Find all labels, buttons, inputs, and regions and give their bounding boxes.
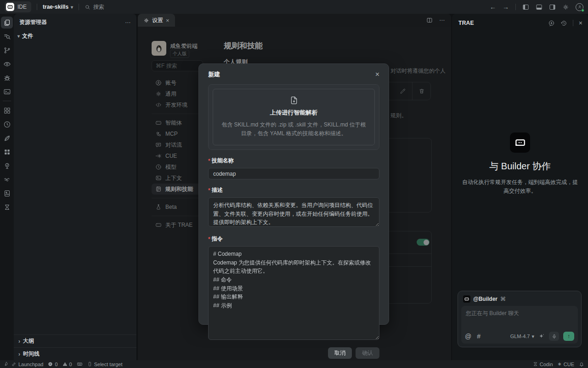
select-target-label: Select target	[94, 362, 123, 367]
agent-selector[interactable]: @Builder ⌘	[461, 294, 578, 306]
builder-description: 自动化执行常规开发任务，端到端高效完成，提高交付效率。	[462, 178, 578, 196]
activity-debug-icon[interactable]	[1, 72, 13, 84]
activity-hourglass-icon[interactable]	[1, 201, 13, 213]
warning-count: 0	[69, 362, 72, 367]
link-icon	[11, 362, 17, 367]
trae-logo-icon	[6, 3, 14, 11]
activity-bar	[0, 14, 14, 360]
outline-section[interactable]: › 大纲	[14, 334, 136, 347]
toggle-left-panel-button[interactable]	[522, 4, 529, 11]
tab-close-button[interactable]: ×	[166, 17, 170, 24]
chat-composer: @Builder ⌘ @ # GLM-4.7 ▾	[458, 291, 582, 347]
upload-dropzone[interactable]: 上传进行智能解析 包含 SKILL.md 文件的 .zip 或 .skill 文…	[208, 84, 379, 150]
titlebar: IDE trae-skills ▾ 搜索 ← →	[0, 0, 588, 14]
cue-status-button[interactable]: ∗ CUE	[558, 361, 574, 367]
required-asterisk: *	[208, 187, 210, 194]
explorer-files-section[interactable]: ▾ 文件	[14, 30, 136, 42]
editor-more-button[interactable]: ⋯	[439, 17, 445, 23]
chevron-down-icon: ▾	[71, 5, 73, 10]
activity-waves-icon[interactable]	[1, 173, 13, 185]
timeline-section[interactable]: › 时间线	[14, 347, 136, 360]
up-arrow-icon: ↑	[567, 333, 570, 339]
keyboard-icon[interactable]	[77, 361, 83, 367]
upload-description: 包含 SKILL.md 文件的 .zip 或 .skill 文件，SKILL.m…	[220, 121, 368, 138]
modal-close-button[interactable]: ×	[375, 71, 379, 78]
warning-icon	[62, 362, 68, 367]
instructions-label: 指令	[212, 235, 223, 243]
context-hash-button[interactable]: #	[477, 333, 481, 340]
activity-source-control-icon[interactable]	[1, 44, 13, 56]
global-search[interactable]: 搜索	[85, 3, 104, 11]
panel-header-divider	[573, 20, 573, 26]
settings-gear-icon[interactable]	[562, 4, 569, 11]
nav-back-button[interactable]: ←	[490, 3, 496, 11]
activity-performance-icon[interactable]	[1, 118, 13, 130]
nav-forward-button[interactable]: →	[503, 3, 509, 11]
chevron-right-icon: ›	[18, 338, 20, 345]
cue-label: CUE	[564, 362, 574, 367]
split-editor-button[interactable]	[426, 17, 433, 23]
user-avatar[interactable]	[576, 3, 583, 11]
history-icon[interactable]	[560, 20, 567, 27]
chat-input[interactable]	[466, 310, 573, 328]
bell-icon[interactable]	[579, 362, 584, 367]
device-icon	[87, 362, 92, 367]
activity-doc-image-icon[interactable]	[1, 187, 13, 199]
problems-errors[interactable]: 0	[48, 362, 57, 367]
description-textarea[interactable]: 分析代码库结构、依赖关系和变更。当用户询问项目结构、代码位置、文件关联、变更内容…	[208, 197, 379, 227]
new-chat-icon[interactable]	[548, 20, 555, 27]
skill-name-input[interactable]	[208, 168, 379, 179]
mic-button[interactable]	[549, 332, 559, 341]
model-selector[interactable]: GLM-4.7 ▾	[510, 334, 534, 339]
upload-title: 上传进行智能解析	[220, 109, 368, 117]
activity-approvals-icon[interactable]	[1, 160, 13, 172]
send-button[interactable]: ↑	[563, 332, 574, 341]
app-name-label: IDE	[17, 4, 27, 10]
file-upload-icon	[220, 96, 368, 105]
close-panel-button[interactable]: ×	[579, 19, 582, 27]
person-icon	[577, 5, 582, 9]
tab-settings[interactable]: 设置 ×	[138, 14, 175, 27]
instructions-textarea[interactable]: # Codemap Codemap 为您提供任何代码库的即时架构上下文。在探索或…	[208, 246, 379, 340]
activity-grid-icon[interactable]	[1, 146, 13, 158]
modal-title: 新建	[208, 70, 220, 79]
toggle-bottom-panel-button[interactable]	[536, 4, 543, 11]
launchpad-button[interactable]: Launchpad	[4, 362, 43, 367]
activity-preview-icon[interactable]	[1, 58, 13, 70]
activity-extensions-icon[interactable]	[1, 104, 13, 116]
chat-input-area: @ # GLM-4.7 ▾ ↑	[461, 306, 578, 344]
new-skill-modal: 新建 × 上传进行智能解析 包含 SKILL.md 文件的 .zip 或 .sk…	[198, 63, 389, 325]
trae-panel-title: TRAE	[458, 20, 474, 26]
chevron-right-icon: ›	[18, 351, 20, 357]
error-count: 0	[55, 362, 57, 367]
mention-button[interactable]: @	[465, 333, 471, 340]
activity-terminal-icon[interactable]	[1, 86, 13, 98]
online-status-dot	[581, 9, 584, 12]
project-switcher[interactable]: trae-skills ▾	[43, 4, 73, 10]
tab-bar: 设置 × ⋯	[138, 14, 451, 27]
codin-label: Codin	[540, 362, 553, 367]
toggle-right-panel-button[interactable]	[549, 4, 556, 11]
chevron-down-icon: ▾	[17, 34, 20, 39]
activity-search-icon[interactable]	[1, 30, 13, 42]
hourglass-icon	[533, 362, 538, 367]
skill-name-label: 技能名称	[212, 157, 234, 165]
problems-warnings[interactable]: 0	[62, 362, 72, 367]
activity-explorer-icon[interactable]	[1, 17, 13, 29]
codin-button[interactable]: Codin	[533, 362, 553, 367]
search-icon	[85, 4, 90, 10]
command-icon: ⌘	[500, 296, 506, 302]
titlebar-divider-2	[79, 4, 79, 10]
select-target-button[interactable]: Select target	[87, 362, 123, 367]
confirm-button[interactable]: 确认	[356, 347, 379, 359]
builder-heading: 与 Builder 协作	[489, 160, 550, 172]
sparkle-icon[interactable]	[538, 333, 545, 339]
rocket-icon	[4, 362, 9, 367]
explorer-more-button[interactable]: ⋯	[125, 19, 131, 26]
agent-name: @Builder	[473, 296, 498, 302]
timeline-label: 时间线	[23, 350, 40, 358]
activity-feather-icon[interactable]	[1, 132, 13, 144]
cancel-button[interactable]: 取消	[328, 347, 352, 359]
app-logo-pill[interactable]: IDE	[5, 1, 31, 12]
trae-chat-panel: TRAE × 与 Builder 协作 自动化执行常规开发任务，端到端高效完成，…	[452, 14, 588, 360]
